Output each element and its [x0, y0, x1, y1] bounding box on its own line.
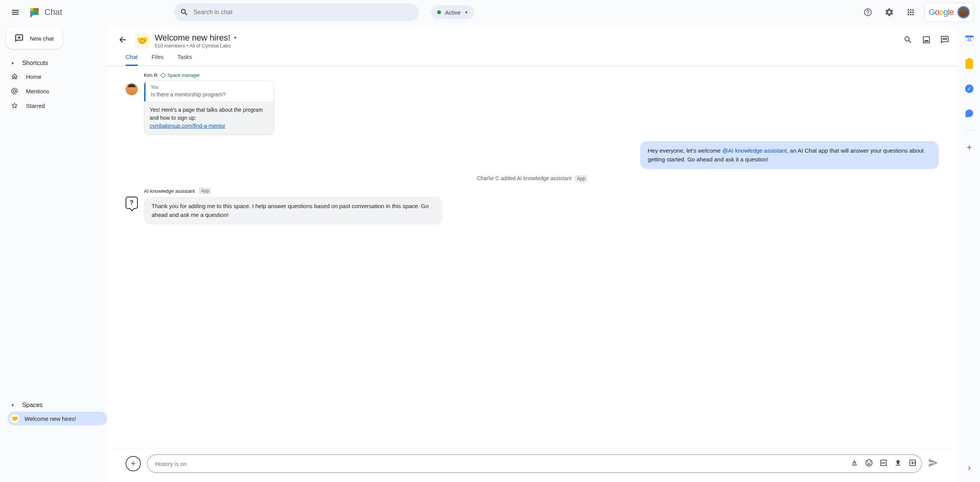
- sidebar: New chat ▼ Shortcuts Home Mentions Starr…: [0, 24, 107, 482]
- quote-author: You: [151, 85, 268, 90]
- apps-grid-button[interactable]: [903, 5, 918, 20]
- new-chat-button[interactable]: New chat: [6, 28, 62, 49]
- avatar-kim: [126, 83, 138, 95]
- message-author: Kim R: [144, 72, 157, 78]
- space-search-button[interactable]: [903, 35, 913, 46]
- reply-link[interactable]: cymbalgroup.com/find-a-mentor: [150, 123, 225, 129]
- main-menu-button[interactable]: [6, 3, 24, 21]
- tasks-app-button[interactable]: ✓: [962, 81, 977, 96]
- nav-starred[interactable]: Starred: [9, 99, 107, 112]
- space-avatar: 🤝: [135, 33, 150, 48]
- reply-text: Yes! Here's a page that talks about the …: [150, 107, 263, 121]
- shortcuts-section-header[interactable]: ▼ Shortcuts: [9, 57, 107, 70]
- emoji-button[interactable]: [865, 459, 873, 469]
- settings-button[interactable]: [882, 5, 897, 20]
- add-addon-button[interactable]: +: [962, 140, 977, 155]
- avatar-ai: ?: [126, 197, 138, 209]
- search-icon: [180, 8, 189, 17]
- google-logo-text: Google: [929, 7, 954, 17]
- spaces-section-header[interactable]: ▼ Spaces: [9, 399, 107, 412]
- divider: [965, 130, 974, 130]
- expand-panel-button[interactable]: [962, 461, 977, 476]
- send-button[interactable]: [928, 458, 939, 470]
- keep-app-button[interactable]: [962, 57, 977, 72]
- chevron-down-icon: ▼: [11, 61, 15, 65]
- space-manager-badge: Space manager: [161, 73, 200, 78]
- chevron-down-icon: ▼: [11, 403, 15, 407]
- system-message: Charlie C added AI knowledge assistant A…: [126, 175, 939, 181]
- new-chat-icon: [15, 34, 24, 43]
- outgoing-message: Hey everyone, let's welcome @AI knowledg…: [640, 141, 939, 169]
- message-author: AI knowledge assistant: [144, 188, 195, 194]
- status-selector[interactable]: Active ▼: [431, 5, 474, 19]
- keep-icon: [965, 60, 973, 69]
- tab-tasks[interactable]: Tasks: [177, 54, 192, 66]
- tab-chat[interactable]: Chat: [126, 54, 138, 66]
- new-chat-label: New chat: [30, 35, 54, 42]
- handshake-icon: 🤝: [10, 414, 19, 423]
- tab-files[interactable]: Files: [152, 54, 164, 66]
- svg-text:GIF: GIF: [881, 462, 885, 464]
- nav-home[interactable]: Home: [9, 70, 107, 83]
- ai-message-text: Thank you for adding me to this space. I…: [144, 197, 443, 225]
- format-button[interactable]: [850, 459, 859, 469]
- status-label: Active: [445, 9, 461, 16]
- user-avatar: [957, 6, 970, 18]
- chevron-down-icon: ▼: [464, 10, 468, 15]
- pop-out-button[interactable]: [922, 35, 931, 46]
- nav-mentions[interactable]: Mentions: [9, 84, 107, 98]
- chat-logo-icon: [28, 5, 41, 19]
- side-panel: 31 ✓ +: [959, 24, 980, 482]
- calendar-icon: 31: [965, 35, 974, 44]
- space-item-welcome[interactable]: 🤝 Welcome new hires!: [8, 412, 107, 425]
- meet-button[interactable]: [908, 459, 917, 469]
- google-account-button[interactable]: Google: [924, 3, 974, 22]
- app-logo: Chat: [28, 5, 62, 19]
- app-badge: App: [575, 175, 587, 182]
- app-name: Chat: [44, 7, 62, 17]
- status-dot-icon: [437, 10, 441, 14]
- compose-input[interactable]: [155, 461, 850, 467]
- main-content: 🤝 Welcome new hires! ▼ 510 members • All…: [107, 28, 957, 482]
- tasks-icon: ✓: [965, 85, 973, 93]
- quote-text: Is there a mentorship program?: [151, 91, 268, 98]
- quoted-reply: You Is there a mentorship program? Yes! …: [144, 80, 274, 135]
- contacts-icon: [965, 109, 973, 117]
- calendar-app-button[interactable]: 31: [962, 32, 977, 47]
- space-subtitle: 510 members • All of Cymbal Labs: [155, 43, 237, 49]
- at-icon: [11, 87, 18, 95]
- home-icon: [11, 73, 18, 80]
- svg-rect-0: [924, 40, 928, 42]
- app-badge: App: [199, 187, 211, 194]
- diamond-icon: [160, 72, 166, 78]
- back-button[interactable]: [115, 32, 130, 49]
- contacts-app-button[interactable]: [962, 106, 977, 121]
- upload-button[interactable]: [894, 459, 902, 469]
- gif-button[interactable]: GIF: [879, 459, 888, 469]
- star-icon: [11, 102, 18, 109]
- add-attachment-button[interactable]: +: [126, 456, 141, 471]
- mention[interactable]: @AI knowledge assistant: [722, 147, 787, 154]
- help-button[interactable]: [860, 5, 875, 20]
- search-bar[interactable]: [174, 3, 419, 21]
- search-input[interactable]: [193, 9, 413, 16]
- space-title-dropdown[interactable]: Welcome new hires! ▼: [155, 33, 237, 43]
- chevron-down-icon: ▼: [234, 36, 237, 40]
- threads-button[interactable]: [940, 35, 949, 46]
